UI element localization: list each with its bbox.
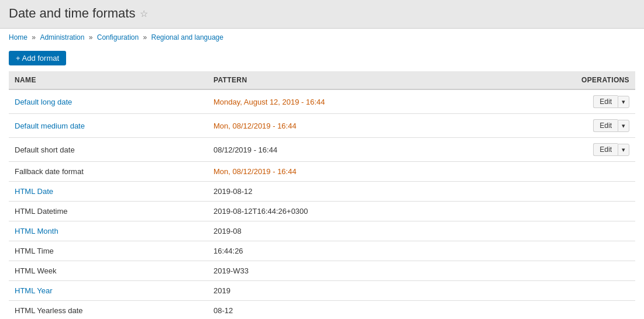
format-name-link[interactable]: HTML Month xyxy=(15,227,58,235)
table-row: Fallback date formatMon, 08/12/2019 - 16… xyxy=(9,162,635,182)
edit-dropdown-button[interactable]: ▾ xyxy=(618,96,629,108)
cell-name: HTML Month xyxy=(9,221,208,241)
breadcrumb-config[interactable]: Configuration xyxy=(97,33,139,41)
edit-group: Edit▾ xyxy=(593,143,629,156)
cell-pattern: 2019-W33 xyxy=(208,261,547,281)
content-area: NAME PATTERN OPERATIONS Default long dat… xyxy=(0,71,644,319)
col-header-operations: OPERATIONS xyxy=(547,71,635,89)
cell-pattern: 2019 xyxy=(208,281,547,301)
cell-pattern: 2019-08-12 xyxy=(208,182,547,202)
table-row: HTML Datetime2019-08-12T16:44:26+0300 xyxy=(9,202,635,221)
cell-operations xyxy=(547,202,635,221)
cell-name: Default medium date xyxy=(9,114,208,138)
cell-name: Default short date xyxy=(9,138,208,162)
table-row: HTML Yearless date08-12 xyxy=(9,301,635,320)
cell-pattern: Mon, 08/12/2019 - 16:44 xyxy=(208,162,547,182)
edit-button[interactable]: Edit xyxy=(593,95,618,108)
cell-pattern: Monday, August 12, 2019 - 16:44 xyxy=(208,89,547,114)
cell-operations xyxy=(547,162,635,182)
favorite-icon[interactable]: ☆ xyxy=(140,8,148,19)
cell-name: HTML Time xyxy=(9,241,208,261)
edit-button[interactable]: Edit xyxy=(593,119,618,132)
breadcrumb-home[interactable]: Home xyxy=(9,33,27,41)
edit-group: Edit▾ xyxy=(593,95,629,108)
cell-pattern: 16:44:26 xyxy=(208,241,547,261)
cell-pattern: 2019-08-12T16:44:26+0300 xyxy=(208,202,547,221)
table-header: NAME PATTERN OPERATIONS xyxy=(9,71,635,89)
format-name-link[interactable]: HTML Date xyxy=(15,187,53,196)
page-title-text: Date and time formats xyxy=(9,6,135,21)
format-pattern-link[interactable]: Mon, 08/12/2019 - 16:44 xyxy=(213,167,297,176)
table-row: HTML Year2019 xyxy=(9,281,635,301)
cell-operations xyxy=(547,301,635,320)
table-body: Default long dateMonday, August 12, 2019… xyxy=(9,89,635,319)
col-header-pattern: PATTERN xyxy=(208,71,547,89)
table-row: HTML Time16:44:26 xyxy=(9,241,635,261)
cell-operations xyxy=(547,221,635,241)
cell-name: HTML Year xyxy=(9,281,208,301)
cell-operations xyxy=(547,182,635,202)
page-title: Date and time formats ☆ xyxy=(9,6,635,21)
edit-dropdown-button[interactable]: ▾ xyxy=(618,144,629,156)
table-row: Default short date08/12/2019 - 16:44Edit… xyxy=(9,138,635,162)
table-row: HTML Month2019-08 xyxy=(9,221,635,241)
col-header-name: NAME xyxy=(9,71,208,89)
cell-operations xyxy=(547,241,635,261)
add-format-button[interactable]: + Add format xyxy=(9,51,66,65)
cell-operations: Edit▾ xyxy=(547,114,635,138)
format-pattern-link[interactable]: Mon, 08/12/2019 - 16:44 xyxy=(213,122,297,130)
cell-operations: Edit▾ xyxy=(547,138,635,162)
cell-operations xyxy=(547,281,635,301)
breadcrumb-regional[interactable]: Regional and language xyxy=(151,33,223,41)
table-row: Default long dateMonday, August 12, 2019… xyxy=(9,89,635,114)
cell-pattern: 08/12/2019 - 16:44 xyxy=(208,138,547,162)
cell-pattern: 08-12 xyxy=(208,301,547,320)
actions-bar: + Add format xyxy=(0,46,644,71)
table-row: Default medium dateMon, 08/12/2019 - 16:… xyxy=(9,114,635,138)
edit-dropdown-button[interactable]: ▾ xyxy=(618,120,629,132)
table-row: HTML Date2019-08-12 xyxy=(9,182,635,202)
formats-table: NAME PATTERN OPERATIONS Default long dat… xyxy=(9,71,635,319)
cell-name: HTML Datetime xyxy=(9,202,208,221)
cell-name: Default long date xyxy=(9,89,208,114)
format-name-link[interactable]: Default long date xyxy=(15,98,72,106)
format-name-link[interactable]: Default medium date xyxy=(15,122,85,130)
breadcrumb: Home » Administration » Configuration » … xyxy=(0,29,644,46)
cell-name: HTML Yearless date xyxy=(9,301,208,320)
breadcrumb-admin[interactable]: Administration xyxy=(40,33,84,41)
cell-operations: Edit▾ xyxy=(547,89,635,114)
format-pattern-link[interactable]: Monday, August 12, 2019 - 16:44 xyxy=(213,98,325,106)
format-name-link[interactable]: HTML Year xyxy=(15,286,53,295)
cell-name: HTML Week xyxy=(9,261,208,281)
cell-name: Fallback date format xyxy=(9,162,208,182)
edit-button[interactable]: Edit xyxy=(593,143,618,156)
table-row: HTML Week2019-W33 xyxy=(9,261,635,281)
cell-operations xyxy=(547,261,635,281)
cell-pattern: 2019-08 xyxy=(208,221,547,241)
cell-pattern: Mon, 08/12/2019 - 16:44 xyxy=(208,114,547,138)
cell-name: HTML Date xyxy=(9,182,208,202)
edit-group: Edit▾ xyxy=(593,119,629,132)
